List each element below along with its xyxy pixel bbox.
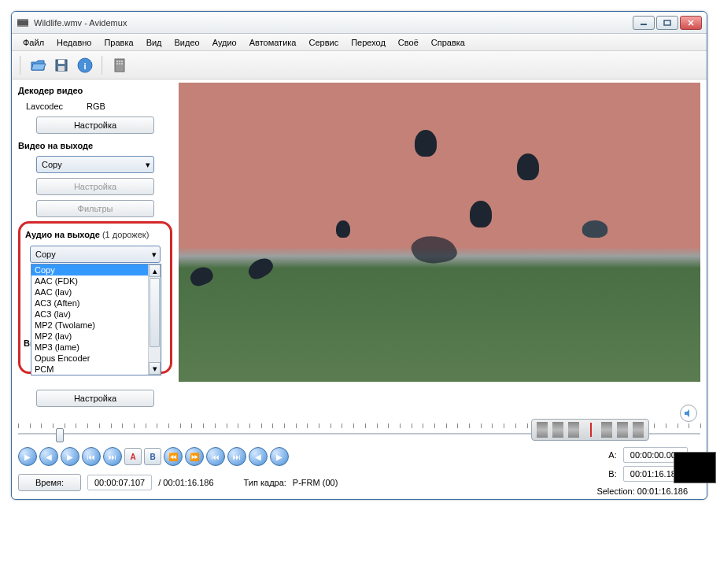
menu-audio[interactable]: Аудио xyxy=(206,35,243,50)
audio-option-mp2-twolame[interactable]: MP2 (Twolame) xyxy=(31,320,161,331)
time-button[interactable]: Время: xyxy=(18,474,81,491)
mark-a-button[interactable]: A xyxy=(124,448,142,465)
menu-recent[interactable]: Недавно xyxy=(50,35,98,50)
titlebar: Wildlife.wmv - Avidemux xyxy=(12,12,707,34)
svg-rect-16 xyxy=(121,63,123,65)
rewind-button[interactable]: ⏮ xyxy=(82,447,101,466)
thumbnail-preview xyxy=(674,452,716,483)
time-current-field[interactable]: 00:00:07.107 xyxy=(87,475,152,490)
window-title: Wildlife.wmv - Avidemux xyxy=(34,18,633,28)
audio-codec-select[interactable]: Copy ▾ Copy AAC (FDK) AAC (lav) AC3 (Aft… xyxy=(30,246,161,263)
svg-rect-15 xyxy=(119,63,120,65)
decoder-lavcodec: Lavcodec xyxy=(26,102,63,111)
save-button[interactable] xyxy=(51,55,72,76)
calc-button[interactable] xyxy=(109,55,130,76)
audio-option-opus[interactable]: Opus Encoder xyxy=(31,353,161,364)
dropdown-scrollbar[interactable]: ▴ ▾ xyxy=(148,264,161,375)
decoder-section-title: Декодер видео xyxy=(18,83,172,97)
audio-option-aac-lav[interactable]: AAC (lav) xyxy=(31,287,161,298)
mark-a-label: A: xyxy=(608,450,616,460)
audio-option-pcm[interactable]: PCM xyxy=(31,364,161,375)
audio-option-ac3-lav[interactable]: AC3 (lav) xyxy=(31,309,161,320)
frame-type-value: P-FRM (00) xyxy=(293,478,338,487)
menu-file[interactable]: Файл xyxy=(17,35,50,50)
app-window: Wildlife.wmv - Avidemux Файл Недавно Пра… xyxy=(11,11,707,500)
forward-button[interactable]: ⏭ xyxy=(103,447,122,466)
menu-auto[interactable]: Автоматика xyxy=(243,35,303,50)
goto-end-button[interactable]: ⏭ xyxy=(227,447,246,466)
mark-b-label: B: xyxy=(608,469,616,479)
audio-out-highlight: Аудио на выходе (1 дорожек) Copy ▾ Copy … xyxy=(18,221,172,374)
audio-option-ac3-aften[interactable]: AC3 (Aften) xyxy=(31,298,161,309)
time-total: / 00:01:16.186 xyxy=(158,478,213,487)
toolbar-separator xyxy=(20,56,21,75)
audio-option-mp3-lame[interactable]: MP3 (lame) xyxy=(31,342,161,353)
svg-rect-4 xyxy=(664,20,670,25)
next-black-button[interactable]: ▶ xyxy=(270,447,289,466)
svg-rect-11 xyxy=(116,61,118,62)
svg-rect-1 xyxy=(17,19,28,20)
app-icon xyxy=(17,17,29,29)
decoder-rgb: RGB xyxy=(87,102,105,111)
maximize-button[interactable] xyxy=(656,16,678,30)
decoder-settings-button[interactable]: Настройка xyxy=(36,116,154,134)
goto-start-button[interactable]: ⏮ xyxy=(206,447,225,466)
chevron-down-icon: ▾ xyxy=(146,160,150,170)
svg-rect-2 xyxy=(17,25,28,27)
video-out-title: Видео на выходе xyxy=(18,138,172,152)
selection-panel: A: 00:00:00.000 B: 00:01:16.186 Selectio… xyxy=(488,419,692,496)
menu-video[interactable]: Видео xyxy=(168,35,206,50)
frame-type-label: Тип кадра: xyxy=(244,478,286,487)
audio-codec-dropdown: Copy AAC (FDK) AAC (lav) AC3 (Aften) AC3… xyxy=(31,264,161,375)
video-codec-value: Copy xyxy=(42,160,62,169)
info-button[interactable]: i xyxy=(75,55,95,76)
sidebar: Декодер видео Lavcodec RGB Настройка Вид… xyxy=(18,83,172,408)
menu-custom[interactable]: Своё xyxy=(392,35,425,50)
prev-keyframe-button[interactable]: ⏪ xyxy=(164,447,183,466)
menu-edit[interactable]: Правка xyxy=(98,35,139,50)
menubar: Файл Недавно Правка Вид Видео Аудио Авто… xyxy=(12,34,707,51)
menu-view[interactable]: Вид xyxy=(140,35,168,50)
play-button[interactable]: ▶ xyxy=(18,447,37,466)
volume-panel xyxy=(680,405,697,425)
audio-option-aac-fdk[interactable]: AAC (FDK) xyxy=(31,276,161,287)
video-preview xyxy=(179,83,700,382)
jog-wheel[interactable] xyxy=(531,419,649,441)
close-button[interactable] xyxy=(680,16,702,30)
toolbar: i xyxy=(12,51,707,80)
svg-rect-12 xyxy=(119,61,120,62)
prev-black-button[interactable]: ◀ xyxy=(249,447,268,466)
minimize-button[interactable] xyxy=(633,16,655,30)
svg-rect-7 xyxy=(58,66,65,71)
open-button[interactable] xyxy=(28,55,48,76)
audio-option-mp2-lav[interactable]: MP2 (lav) xyxy=(31,331,161,342)
svg-rect-14 xyxy=(116,63,118,65)
next-keyframe-button[interactable]: ⏩ xyxy=(185,447,204,466)
selection-label: Selection: 00:01:16.186 xyxy=(488,486,688,496)
audio-codec-value: Copy xyxy=(35,250,56,259)
video-codec-select[interactable]: Copy ▾ xyxy=(36,156,154,173)
menu-service[interactable]: Сервис xyxy=(302,35,345,50)
audio-out-title: Аудио на выходе (1 дорожек) xyxy=(25,227,165,241)
menu-go[interactable]: Переход xyxy=(345,35,392,50)
timeline-thumb[interactable] xyxy=(56,428,64,442)
mark-b-button[interactable]: B xyxy=(144,448,161,465)
svg-rect-3 xyxy=(641,24,647,25)
svg-text:i: i xyxy=(83,61,86,71)
toolbar-separator xyxy=(102,56,103,75)
bottom-settings-button[interactable]: Настройка xyxy=(36,390,154,407)
chevron-down-icon: ▾ xyxy=(152,250,157,260)
playback-controls: ▶ ◀ ▶ ⏮ ⏭ A B ⏪ ⏩ ⏮ ⏭ ◀ ▶ xyxy=(18,447,289,466)
prev-button[interactable]: ◀ xyxy=(39,447,58,466)
svg-rect-6 xyxy=(58,60,65,64)
video-filters-button: Фильтры xyxy=(36,200,154,217)
scroll-down-icon[interactable]: ▾ xyxy=(149,362,161,375)
next-button[interactable]: ▶ xyxy=(61,447,79,466)
window-controls xyxy=(633,16,702,30)
video-settings-button: Настройка xyxy=(36,178,154,195)
audio-option-copy[interactable]: Copy xyxy=(31,264,161,276)
menu-help[interactable]: Справка xyxy=(425,35,471,50)
scroll-thumb[interactable] xyxy=(150,278,160,347)
scroll-up-icon[interactable]: ▴ xyxy=(149,264,161,277)
speaker-icon[interactable] xyxy=(680,405,697,422)
